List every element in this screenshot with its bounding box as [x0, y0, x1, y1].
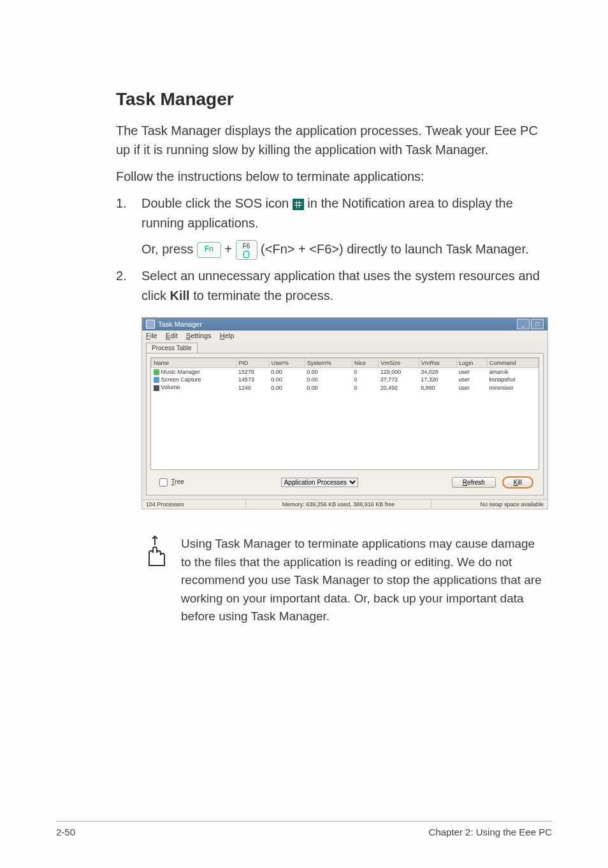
menu-edit[interactable]: Edit	[166, 332, 178, 339]
menu-settings[interactable]: Settings	[186, 332, 212, 339]
f6-key-icon: F6	[236, 240, 257, 260]
kill-button[interactable]: Kill	[503, 477, 533, 488]
menu-file[interactable]: FFileile	[146, 332, 157, 339]
window-titlebar: Task Manager _ □	[142, 318, 547, 331]
minimize-button[interactable]: _	[517, 319, 530, 329]
step-text: Select an unnecessary application that u…	[141, 266, 546, 306]
page-number: 2-50	[56, 827, 75, 837]
tree-checkbox-input[interactable]	[159, 478, 168, 487]
filter-dropdown-wrap: Application Processes	[281, 478, 405, 487]
process-icon	[154, 369, 159, 375]
filter-dropdown[interactable]: Application Processes	[281, 478, 358, 487]
window-app-icon	[146, 320, 155, 329]
process-icon	[154, 377, 159, 383]
step-number: 2.	[116, 266, 141, 306]
process-panel: Name PID User% System% Nice VmSize VmRss…	[146, 353, 544, 495]
refresh-button[interactable]: Refresh	[452, 477, 496, 488]
controls-row: TTreeree Application Processes Refresh K…	[150, 470, 539, 491]
hand-icon	[141, 535, 170, 569]
window-title: Task Manager	[158, 320, 202, 328]
content-column: Task Manager The Task Manager displays t…	[116, 89, 546, 626]
status-processes: 104 Processes	[142, 500, 246, 509]
step-text: Double click the SOS icon in the Notific…	[141, 194, 546, 233]
or-text-b: (<Fn> + <F6>) directly to launch Task Ma…	[261, 242, 528, 256]
process-table-wrapper: Name PID User% System% Nice VmSize VmRss…	[150, 357, 539, 470]
process-icon	[154, 385, 159, 391]
step1-text-a: Double click the SOS icon	[141, 196, 293, 210]
sos-icon	[293, 199, 304, 210]
maximize-button[interactable]: □	[531, 319, 544, 329]
menu-help[interactable]: Help	[220, 332, 235, 339]
status-memory: Memory: 639,256 KB used, 388,916 KB free	[246, 500, 431, 509]
window-buttons: _ □	[517, 319, 544, 329]
tree-checkbox-wrap: TTreeree	[157, 476, 281, 488]
kill-word: Kill	[170, 288, 189, 302]
note-box: Using Task Manager to terminate applicat…	[141, 535, 546, 626]
status-bar: 104 Processes Memory: 639,256 KB used, 3…	[142, 499, 547, 509]
or-text-a: Or, press	[141, 242, 197, 256]
page-footer: 2-50 Chapter 2: Using the Eee PC	[56, 821, 552, 837]
col-vmrss[interactable]: VmRss	[419, 359, 456, 368]
buttons-wrap: Refresh Kill	[405, 477, 533, 488]
col-nice[interactable]: Nice	[352, 359, 379, 368]
step-2: 2. Select an unnecessary application tha…	[116, 266, 546, 306]
table-row[interactable]: Volume12460.000.00020,4928,860userminimi…	[152, 383, 539, 391]
f6-sub-icon	[243, 251, 249, 258]
table-header-row: Name PID User% System% Nice VmSize VmRss…	[152, 359, 539, 368]
page: Task Manager The Task Manager displays t…	[0, 0, 608, 868]
col-name[interactable]: Name	[152, 359, 237, 368]
f6-label: F6	[243, 243, 250, 250]
process-table: Name PID User% System% Nice VmSize VmRss…	[151, 358, 539, 391]
page-title: Task Manager	[116, 89, 546, 110]
col-command[interactable]: Command	[487, 359, 538, 368]
step-1-sub: Or, press Fn + F6 (<Fn> + <F6>) directly…	[141, 239, 546, 260]
note-text: Using Task Manager to terminate applicat…	[181, 535, 546, 626]
tree-checkbox[interactable]: TTreeree	[157, 478, 184, 485]
plus-text: +	[224, 242, 235, 256]
tab-row: Process Table	[142, 341, 547, 353]
menu-bar: FFileile Edit Settings Help	[142, 331, 547, 341]
intro-paragraph: The Task Manager displays the applicatio…	[116, 121, 546, 159]
col-pid[interactable]: PID	[236, 359, 269, 368]
chapter-label: Chapter 2: Using the Eee PC	[429, 827, 552, 837]
status-swap: No swap space available	[431, 500, 547, 509]
instruction-lead: Follow the instructions below to termina…	[116, 167, 546, 186]
table-row[interactable]: Screen Capture145730.000.00037,77217,320…	[152, 376, 539, 383]
col-login[interactable]: Login	[457, 359, 488, 368]
tab-process-table[interactable]: Process Table	[146, 343, 198, 353]
step2-text-b: to terminate the process.	[193, 288, 333, 302]
col-system[interactable]: System%	[305, 359, 352, 368]
task-manager-screenshot: Task Manager _ □ FFileile Edit Settings …	[141, 317, 548, 509]
step-number: 1.	[116, 194, 141, 233]
col-user[interactable]: User%	[269, 359, 305, 368]
step-1: 1. Double click the SOS icon in the Noti…	[116, 194, 546, 233]
fn-key-icon: Fn	[197, 242, 221, 258]
table-row[interactable]: Music Manager152760.000.000129,00034,028…	[152, 368, 539, 376]
col-vmsize[interactable]: VmSize	[379, 359, 419, 368]
